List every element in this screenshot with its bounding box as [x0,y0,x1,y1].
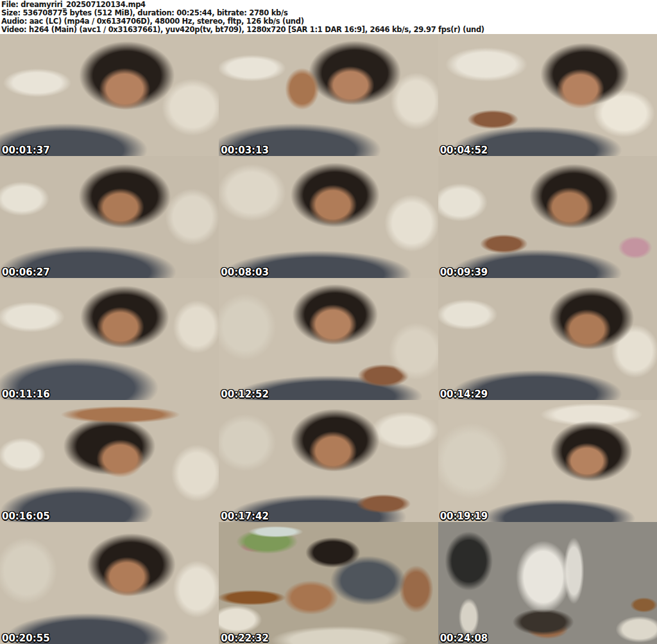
video-thumbnail[interactable]: 00:06:27 [0,156,219,278]
thumbnail-image-placeholder-person-face-centered-on-bed [219,156,438,278]
thumbnail-image-placeholder-person-arm-over-head-dog-left [0,400,219,522]
timestamp-overlay: 00:06:27 [2,267,50,278]
video-thumbnail[interactable]: 00:17:42 [219,400,438,522]
video-thumbnail[interactable]: 00:20:55 [0,522,219,644]
timestamp-overlay: 00:16:05 [2,511,50,522]
video-thumbnail[interactable]: 00:16:05 [0,400,219,522]
thumbnail-image-placeholder-person-bending-over-bed-landscape-painting-on-wall [219,522,438,644]
video-thumbnail[interactable]: 00:09:39 [438,156,657,278]
thumbnail-image-placeholder-person-face-dog-left-floral-pillow-right [438,156,657,278]
timestamp-overlay: 00:12:52 [221,389,269,400]
thumbnail-image-placeholder-person-resting-dog-on-left [0,156,219,278]
timestamp-overlay: 00:08:03 [221,267,269,278]
video-thumbnail[interactable]: 00:14:29 [438,278,657,400]
video-thumbnail[interactable]: 00:19:19 [438,400,657,522]
video-thumbnail[interactable]: 00:08:03 [219,156,438,278]
thumbnail-image-placeholder-person-looking-up-dog-sleeping-left [0,278,219,400]
thumbnail-image-placeholder-person-face-right-white-pillows-top [438,400,657,522]
timestamp-overlay: 00:20:55 [2,633,50,644]
timestamp-overlay: 00:24:08 [440,633,488,644]
video-thumbnail[interactable]: 00:03:13 [219,34,438,156]
thumbnail-image-placeholder-person-talking-on-bed [0,522,219,644]
video-info-line: Video: h264 (Main) (avc1 / 0x31637661), … [1,26,657,34]
timestamp-overlay: 00:11:16 [2,389,50,400]
thumbnail-image-placeholder-person-face-centered-on-bed [219,400,438,522]
timestamp-overlay: 00:04:52 [440,145,488,156]
timestamp-overlay: 00:22:32 [221,633,269,644]
video-thumbnail[interactable]: 00:04:52 [438,34,657,156]
timestamp-overlay: 00:14:29 [440,389,488,400]
thumbnail-grid: 00:01:37 00:03:13 00:04:52 00:06:27 00:0… [0,34,657,644]
video-thumbnail[interactable]: 00:01:37 [0,34,219,156]
video-thumbnail[interactable]: 00:11:16 [0,278,219,400]
thumbnail-image-placeholder-person-talking-hand-raised-dog-on-left [219,34,438,156]
timestamp-overlay: 00:01:37 [2,145,50,156]
timestamp-overlay: 00:09:39 [440,267,488,278]
thumbnail-image-placeholder-person-face-right-dog-left [438,278,657,400]
thumbnail-image-placeholder-person-smiling-floral-bedding-right [219,278,438,400]
video-thumbnail[interactable]: 00:22:32 [219,522,438,644]
thumbnail-image-placeholder-person-mouth-open-dog-curled-top-left [438,34,657,156]
video-thumbnail[interactable]: 00:24:08 [438,522,657,644]
thumbnail-image-placeholder-person-lying-on-bed-with-white-dog [0,34,219,156]
media-info-header: File: dreamyriri_202507120134.mp4 Size: … [0,0,657,34]
timestamp-overlay: 00:03:13 [221,145,269,156]
thumbnail-image-placeholder-bedroom-doorway-framed-bunny-art-person-bending [438,522,657,644]
video-thumbnail[interactable]: 00:12:52 [219,278,438,400]
timestamp-overlay: 00:19:19 [440,511,488,522]
thumbnail-contact-sheet: File: dreamyriri_202507120134.mp4 Size: … [0,0,657,644]
timestamp-overlay: 00:17:42 [221,511,269,522]
